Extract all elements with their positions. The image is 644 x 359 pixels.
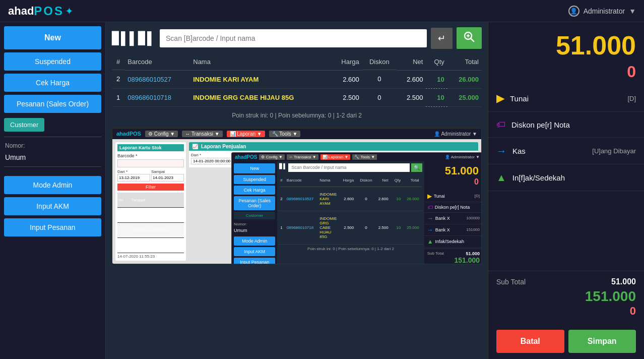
- nested-filter-btn[interactable]: Filter: [117, 184, 184, 191]
- cell-qty: 10: [426, 88, 447, 106]
- center-panel: ▊▌▌▊▌ ↵ # Barcode Nama: [106, 22, 488, 359]
- table-area: # Barcode Nama Harga Diskon Net Qty Tota…: [106, 54, 488, 359]
- subtotal-label: Sub Total: [496, 278, 526, 286]
- nested-tunai[interactable]: ▶ Tunai [D]: [424, 191, 482, 202]
- config-menu[interactable]: ⚙ Config ▼: [145, 131, 178, 137]
- diskon-nota-label: Diskon pe[r] Nota: [511, 121, 636, 129]
- diskon-nota-payment[interactable]: 🏷 Diskon pe[r] Nota: [488, 112, 644, 138]
- kas-label: Kas: [512, 147, 586, 155]
- nomor-label: Nomor:: [4, 142, 101, 149]
- nested2-search-btn[interactable]: 🔍: [411, 163, 422, 172]
- cell-harga: 2.500: [331, 88, 362, 106]
- col-barcode: Barcode: [124, 54, 190, 70]
- search-bar: ▊▌▌▊▌ ↵: [106, 22, 488, 54]
- nested-kas[interactable]: → Bank X 100000: [424, 213, 482, 224]
- cell-barcode: 089686010527: [124, 70, 190, 88]
- nested-cek-btn[interactable]: Cek Harga: [234, 186, 275, 195]
- nested-diskon-nota[interactable]: 🏷 Diskon pe[r] Nota: [424, 202, 482, 213]
- cek-harga-button[interactable]: Cek Harga: [4, 74, 101, 92]
- pos-overlay: ahadPOS ⚙ Config ▼ ↔ Transaksi ▼ 📊 Lapor…: [231, 152, 482, 264]
- nested-kas2[interactable]: → Bank X 151000: [424, 224, 482, 236]
- nested-dari2[interactable]: [191, 158, 237, 164]
- col-diskon: Diskon: [362, 54, 397, 70]
- col-qty: Qty: [426, 54, 447, 70]
- cell-nama: INDOMIE KARI AYAM: [190, 70, 331, 88]
- barcode-icon: ▊▌▌▊▌: [112, 31, 156, 45]
- main-amount: 51.000: [496, 32, 636, 58]
- nested2-search[interactable]: [288, 163, 409, 172]
- input-akm-button[interactable]: Input AKM: [4, 197, 101, 215]
- subtotal-area: Sub Total 51.000 151.000 0: [488, 271, 644, 324]
- tools-menu[interactable]: 🔧 Tools ▼: [269, 131, 301, 137]
- subtotal-value: 51.000: [611, 277, 636, 286]
- kas-payment[interactable]: → Kas [U]ang Dibayar: [488, 138, 644, 164]
- search-input[interactable]: [160, 29, 427, 47]
- cell-num: 2: [112, 70, 124, 88]
- nested-infak[interactable]: ▲ Infak/Sedekah: [424, 236, 482, 248]
- col-harga: Harga: [331, 54, 362, 70]
- secondary-amount: 0: [488, 63, 644, 81]
- tunai-arrow-icon: ▶: [496, 92, 504, 104]
- sidebar: New Suspended Cek Harga Pesanan (Sales O…: [0, 22, 106, 359]
- nested-akm-btn[interactable]: Input AKM: [234, 247, 275, 256]
- tunai-label: Tunai: [510, 94, 621, 103]
- nested-pesanan-btn[interactable]: Pesanan (Sales Order): [234, 196, 275, 210]
- nested2-tools[interactable]: 🔧 Tools ▼: [352, 154, 377, 160]
- table-row[interactable]: 2 089686010527 INDOMIE KARI AYAM 2.600 0…: [112, 70, 482, 88]
- nested-input-pesanan-btn[interactable]: Input Pesanan: [234, 258, 275, 264]
- table-row[interactable]: 1 089686010718 INDOMIE GRG CABE HIJAU 85…: [112, 88, 482, 106]
- cell-harga: 2.600: [331, 70, 362, 88]
- main-layout: New Suspended Cek Harga Pesanan (Sales O…: [0, 22, 644, 359]
- simpan-button[interactable]: Simpan: [568, 330, 636, 353]
- col-total: Total: [447, 54, 482, 70]
- nested2-laporan[interactable]: 📊 Laporan ▼: [320, 154, 351, 160]
- cell-net: 2.500: [397, 88, 426, 106]
- col-nama: Nama: [190, 54, 331, 70]
- nested-admin: 👤 Administrator ▼: [434, 131, 477, 137]
- nested-dari[interactable]: [117, 174, 150, 182]
- action-buttons: Batal Simpan: [488, 324, 644, 359]
- items-table: # Barcode Nama Harga Diskon Net Qty Tota…: [112, 54, 482, 107]
- nested-barcode-input[interactable]: [117, 159, 184, 167]
- nested-new-btn[interactable]: New: [234, 163, 275, 173]
- nested2-config[interactable]: ⚙ Config ▼: [259, 154, 285, 160]
- laporan-menu[interactable]: 📊 Laporan ▼: [227, 131, 265, 137]
- mode-admin-button[interactable]: Mode Admin: [4, 176, 101, 194]
- suspended-button[interactable]: Suspended: [4, 52, 101, 71]
- nested-suspended-btn[interactable]: Suspended: [234, 175, 275, 184]
- input-pesanan-button[interactable]: Input Pesanan: [4, 218, 101, 236]
- admin-label: Administrator: [584, 7, 625, 15]
- nested-mode-admin-btn[interactable]: Mode Admin: [234, 236, 275, 246]
- amount-display: 51.000: [488, 22, 644, 63]
- topbar: ahad POS ✦ 👤 Administrator ▼: [0, 0, 644, 22]
- customer-button[interactable]: Customer: [4, 118, 44, 132]
- nested-sampai[interactable]: [151, 174, 184, 182]
- admin-icon: 👤: [568, 6, 579, 17]
- dropdown-icon[interactable]: ▼: [629, 7, 636, 15]
- grand-zero: 0: [496, 305, 636, 318]
- infak-payment[interactable]: ▲ In[f]ak/Sedekah: [488, 165, 644, 191]
- divider-2: [4, 166, 101, 167]
- tag-icon: 🏷: [496, 119, 505, 130]
- new-button[interactable]: New: [4, 26, 101, 49]
- svg-line-1: [471, 38, 474, 41]
- batal-button[interactable]: Batal: [496, 330, 564, 353]
- pesanan-button[interactable]: Pesanan (Sales Order): [4, 95, 101, 113]
- cell-total: 25.000: [447, 88, 482, 106]
- search-icon: [464, 31, 475, 42]
- tunai-payment[interactable]: ▶ Tunai [D]: [488, 85, 644, 112]
- cell-nama: INDOMIE GRG CABE HIJAU 85G: [190, 88, 331, 106]
- search-button[interactable]: [457, 27, 482, 49]
- right-panel: 51.000 0 ▶ Tunai [D] 🏷 Diskon pe[r] Nota…: [488, 22, 644, 359]
- admin-area: 👤 Administrator ▼: [568, 6, 636, 17]
- enter-button[interactable]: ↵: [431, 28, 453, 49]
- cell-diskon: 0: [362, 88, 397, 106]
- nested2-transaksi[interactable]: ↔ Transaksi ▼: [287, 154, 318, 160]
- col-num: #: [112, 54, 124, 70]
- logo: ahad POS ✦: [8, 4, 74, 18]
- cell-num: 1: [112, 88, 124, 106]
- cell-net: 2.600: [397, 70, 426, 88]
- nested2-admin: 👤 Administrator ▼: [445, 155, 480, 159]
- divider-1: [4, 137, 101, 137]
- transaksi-menu[interactable]: ↔ Transaksi ▼: [182, 131, 222, 137]
